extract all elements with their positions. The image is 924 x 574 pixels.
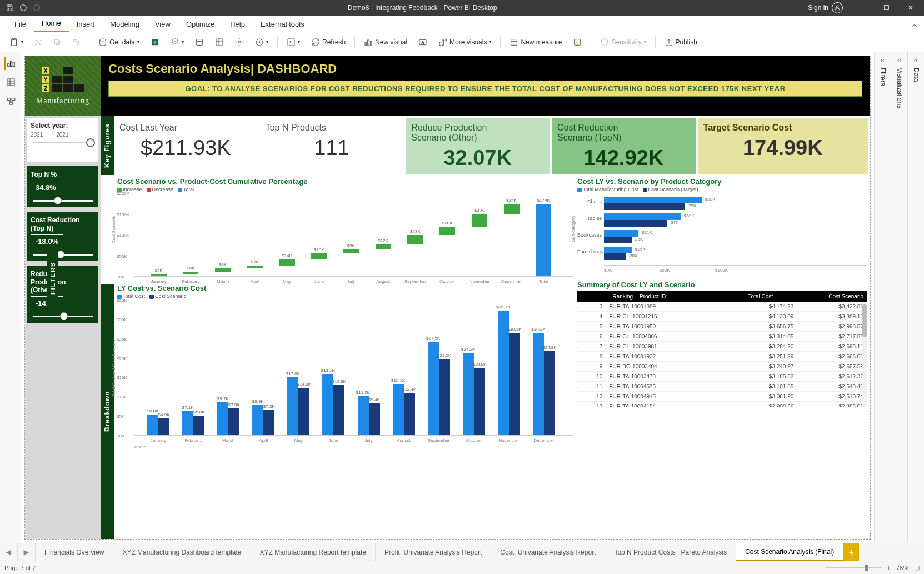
fit-to-page-icon[interactable]: ▢ — [914, 564, 920, 571]
table-row[interactable]: 8FUR-TA-10001932$3,251.29$2,666.08 — [577, 352, 867, 362]
page-tab[interactable]: Cost: Univariate Analysis Report — [491, 543, 605, 561]
tab-view[interactable]: View — [147, 17, 178, 32]
slider-track[interactable] — [33, 254, 93, 256]
slider-handle[interactable] — [60, 312, 68, 320]
publish-button[interactable]: Publish — [660, 36, 702, 49]
recentsources-button[interactable]: ▾ — [251, 36, 273, 49]
svg-rect-21 — [365, 42, 367, 45]
sensitivity-button[interactable]: Sensitivity▾ — [596, 36, 650, 49]
tab-file[interactable]: File — [7, 17, 34, 32]
page-tab[interactable]: XYZ Manufacturing Report template — [251, 543, 376, 561]
kpi-cost-last-year[interactable]: Cost Last Year $211.93K — [114, 118, 258, 174]
enterdata-button[interactable] — [211, 36, 228, 49]
undo-icon[interactable] — [18, 2, 29, 13]
signin-button[interactable]: Sign in — [802, 2, 848, 13]
table-row[interactable]: 6FUR-CH-10004086$3,314.05$2,717.55 — [577, 332, 867, 342]
redo-icon[interactable] — [31, 2, 42, 13]
table-row[interactable]: 3FUR-TA-10001889$4,174.23$3,422.86 — [577, 302, 867, 312]
slider-handle[interactable] — [54, 197, 62, 204]
maximize-button[interactable]: ☐ — [875, 0, 897, 16]
quickmeasure-button[interactable] — [568, 36, 586, 49]
getdata-button[interactable]: Get data▾ — [94, 36, 144, 49]
report-page[interactable]: XYZ Manufacturing Costs Scenario Analysi… — [24, 56, 871, 540]
grouped-bar-chart[interactable]: LY Cost vs. Scenario Cost Total Cost Cos… — [117, 284, 573, 445]
svg-line-6 — [36, 39, 40, 44]
table-row[interactable]: 12FUR-TA-10004915$3,061.90$2,510.74 — [577, 392, 867, 402]
costreduction-slicer[interactable]: Cost Reduction(Top N) -18.0% — [27, 212, 98, 261]
tab-externaltools[interactable]: External tools — [253, 17, 312, 32]
data-view-icon[interactable] — [4, 76, 17, 89]
filters-pane[interactable]: « Filters — [874, 52, 891, 543]
morevisuals-button[interactable]: More visuals▾ — [434, 36, 496, 49]
svg-point-18 — [238, 41, 241, 43]
tab-optimize[interactable]: Optimize — [178, 17, 222, 32]
page-tab[interactable]: Financials Overview — [36, 543, 113, 561]
kpi-target-scenario[interactable]: Target Scenario Cost 174.99K — [698, 118, 868, 174]
zoom-slider[interactable] — [826, 567, 882, 568]
zoom-in-icon[interactable]: + — [887, 565, 891, 571]
table-row[interactable]: 11FUR-TA-10004575$3,101.85$2,543.48 — [577, 382, 867, 392]
kpi-reduce-other[interactable]: Reduce ProductionScenario (Other) 32.07K — [406, 118, 550, 174]
svg-rect-7 — [56, 41, 60, 44]
page-prev-icon[interactable]: ◄ — [0, 543, 18, 561]
newmeasure-button[interactable]: New measure — [505, 36, 566, 49]
tab-insert[interactable]: Insert — [69, 17, 103, 32]
page-tabs: ◄ ► Financials OverviewXYZ Manufacturing… — [0, 543, 924, 561]
hbar-chart[interactable]: Cost LY vs. Scenario by Product Category… — [577, 177, 867, 279]
slider-track[interactable] — [32, 142, 94, 143]
page-tab[interactable]: Profit: Univariate Analysis Report — [376, 543, 491, 561]
slider-track[interactable] — [33, 200, 93, 202]
table-row[interactable]: 10FUR-TA-10003473$3,185.82$2,612.37 — [577, 372, 867, 382]
close-button[interactable]: ✕ — [900, 0, 922, 16]
chart-legend: Total Manufacturing Cost Cost Scenario (… — [577, 187, 867, 192]
visualizations-pane[interactable]: « Visualizations — [891, 52, 907, 543]
save-icon[interactable] — [4, 2, 16, 13]
cut-button[interactable] — [30, 36, 47, 48]
collapse-ribbon-icon[interactable] — [905, 19, 924, 32]
tab-home[interactable]: Home — [34, 16, 69, 32]
excel-button[interactable]: X — [146, 36, 164, 49]
svg-rect-22 — [368, 40, 369, 45]
topn-slicer[interactable]: Top N % 34.8% — [27, 166, 98, 207]
table-row[interactable]: 4FUR-CH-10001215$4,133.09$3,389.13 — [577, 312, 867, 322]
tab-modeling[interactable]: Modeling — [102, 17, 147, 32]
zoom-out-icon[interactable]: − — [817, 565, 820, 571]
page-next-icon[interactable]: ► — [18, 543, 36, 561]
page-tab[interactable]: XYZ Manufacturing Dashboard template — [113, 543, 251, 561]
copy-button[interactable] — [49, 36, 66, 48]
newvisual-button[interactable]: New visual — [359, 36, 412, 49]
paste-button[interactable]: ▾ — [4, 35, 28, 49]
page-tab[interactable]: Cost Scenario Analysis (Final) — [736, 543, 843, 561]
model-view-icon[interactable] — [4, 94, 17, 108]
transformdata-button[interactable]: ▾ — [282, 36, 304, 49]
summary-table[interactable]: Summary of Cost LY and Scenario RankingP… — [577, 281, 867, 537]
textbox-button[interactable]: A — [414, 36, 432, 49]
table-row[interactable]: 5FUR-TA-10001950$3,656.75$2,998.57 — [577, 322, 867, 332]
minimize-button[interactable]: ─ — [851, 0, 873, 16]
table-row[interactable]: 13FUR-TA-10004154$2,908.66$2,385.08 — [577, 402, 867, 408]
sqlserver-button[interactable] — [191, 36, 208, 49]
page-tab[interactable]: Top N Product Costs : Pareto Analysis — [605, 543, 736, 561]
kpi-topn-products[interactable]: Top N Products 111 — [260, 118, 404, 174]
reduceproduction-slicer[interactable]: ReduceProduction(Other) -14.8% — [27, 266, 98, 323]
datahub-button[interactable]: ▾ — [166, 36, 188, 49]
user-icon — [832, 2, 843, 13]
kpi-reduce-topn[interactable]: Cost ReductionScenario (TopN) 142.92K — [552, 118, 696, 174]
refresh-button[interactable]: Refresh — [307, 36, 350, 49]
slider-track[interactable] — [33, 316, 93, 317]
table-row[interactable]: 7FUR-CH-10003981$3,284.20$2,693.11 — [577, 342, 867, 352]
status-bar: Page 7 of 7 − + 78% ▢ — [0, 561, 924, 574]
report-view-icon[interactable] — [4, 57, 17, 70]
svg-rect-15 — [216, 39, 223, 46]
scrollbar[interactable] — [862, 302, 867, 407]
data-pane[interactable]: « Data — [907, 52, 924, 543]
slider-handle[interactable] — [86, 138, 95, 147]
dataverse-button[interactable] — [231, 36, 248, 49]
waterfall-chart[interactable]: Cost Scenario vs. Product-Cost Cumulativ… — [117, 177, 573, 282]
add-page-button[interactable]: + — [843, 543, 859, 561]
year-slicer[interactable]: Select year: 20212021 — [27, 118, 98, 162]
tab-help[interactable]: Help — [222, 17, 253, 32]
scrollbar-thumb[interactable] — [862, 304, 867, 337]
format-painter-button[interactable] — [68, 36, 84, 48]
table-row[interactable]: 9FUR-BO-10003404$3,240.97$2,657.59 — [577, 362, 867, 372]
